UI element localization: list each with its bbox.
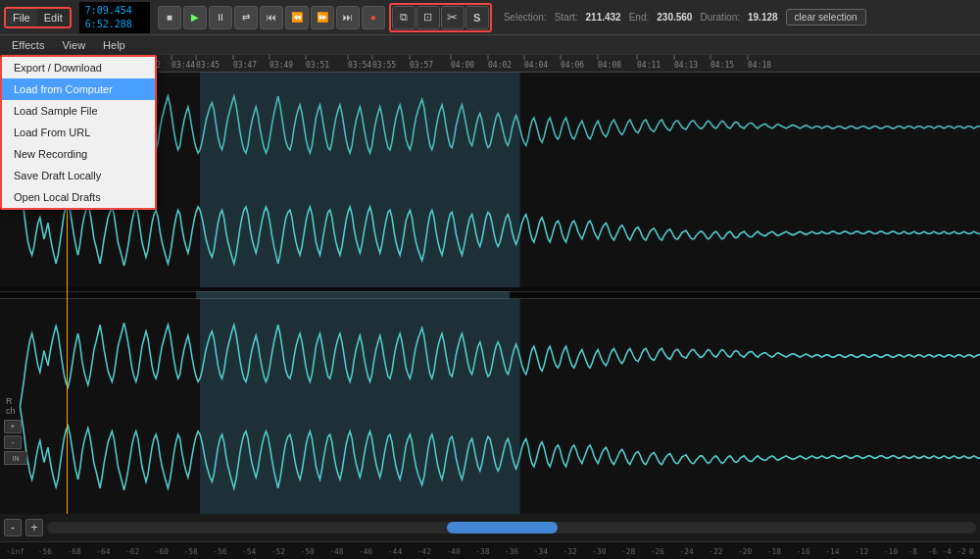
svg-text:04:08: 04:08 xyxy=(598,61,621,70)
svg-text:-62: -62 xyxy=(125,546,140,555)
file-dropdown-menu: Export / Download Load from Computer Loa… xyxy=(0,55,157,210)
zoom-in-side-button[interactable]: + xyxy=(4,420,22,433)
start-label: Start: xyxy=(555,12,578,23)
svg-text:03:49: 03:49 xyxy=(270,61,293,70)
svg-text:04:18: 04:18 xyxy=(748,61,771,70)
svg-text:-22: -22 xyxy=(709,546,723,555)
svg-text:-68: -68 xyxy=(67,546,81,555)
svg-text:-10: -10 xyxy=(884,546,899,555)
svg-text:-12: -12 xyxy=(855,546,869,555)
right-channel-label: Rch xyxy=(6,396,16,418)
dropdown-item-export[interactable]: Export / Download xyxy=(2,57,155,78)
zoom-plus-button[interactable]: + xyxy=(25,519,43,536)
scrollbar-track[interactable] xyxy=(47,522,976,534)
db-ruler-svg: -inf -56 -68 -64 -62 -60 -58 -56 -54 -52… xyxy=(4,542,976,560)
svg-text:-30: -30 xyxy=(592,546,607,555)
svg-text:-16: -16 xyxy=(796,546,810,555)
svg-text:-34: -34 xyxy=(534,546,549,555)
svg-text:-44: -44 xyxy=(388,546,403,555)
stop-button[interactable]: ■ xyxy=(158,6,181,29)
end-value: 230.560 xyxy=(657,12,692,23)
effects-menu[interactable]: Effects xyxy=(4,37,52,53)
dropdown-item-open-drafts[interactable]: Open Local Drafts xyxy=(2,186,155,208)
main-toolbar: File Edit 7:09.454 6:52.288 ■ ▶ ⏸ ⇄ ⏮ ⏪ … xyxy=(0,0,980,35)
end-label: End: xyxy=(629,12,650,23)
svg-text:-14: -14 xyxy=(825,546,840,555)
svg-text:-54: -54 xyxy=(242,546,257,555)
step-fwd-button[interactable]: ⏩ xyxy=(311,6,334,29)
svg-text:04:11: 04:11 xyxy=(637,61,661,70)
pause-button[interactable]: ⏸ xyxy=(209,6,232,29)
svg-text:04:02: 04:02 xyxy=(488,61,512,70)
right-channel[interactable]: Rch xyxy=(0,299,980,514)
svg-text:03:45: 03:45 xyxy=(196,61,220,70)
svg-text:-48: -48 xyxy=(329,546,344,555)
copy-button[interactable]: ⧉ xyxy=(392,6,416,29)
silence-button[interactable]: S xyxy=(466,6,489,29)
cut-button[interactable]: ✂ xyxy=(441,6,465,29)
svg-text:-26: -26 xyxy=(651,546,665,555)
svg-text:04:15: 04:15 xyxy=(710,61,734,70)
svg-text:03:57: 03:57 xyxy=(410,61,433,70)
svg-text:-2: -2 xyxy=(956,546,966,555)
loop-button[interactable]: ⇄ xyxy=(234,6,258,29)
svg-text:04:04: 04:04 xyxy=(524,61,548,70)
dropdown-item-load-url[interactable]: Load From URL xyxy=(2,122,155,143)
svg-text:-20: -20 xyxy=(738,546,753,555)
bottom-scrollbar-area: - + xyxy=(0,514,980,541)
svg-text:-24: -24 xyxy=(679,546,694,555)
svg-text:0: 0 xyxy=(969,546,974,555)
step-back-button[interactable]: ⏪ xyxy=(285,6,309,29)
dropdown-item-save-draft[interactable]: Save Draft Locally xyxy=(2,165,155,186)
svg-text:-64: -64 xyxy=(96,546,111,555)
svg-text:-50: -50 xyxy=(301,546,316,555)
rewind-button[interactable]: ⏮ xyxy=(260,6,283,29)
duration-label: Duration: xyxy=(700,12,740,23)
zoom-minus-button[interactable]: - xyxy=(4,519,22,536)
selection-label: Selection: xyxy=(504,12,547,23)
scrollbar-thumb[interactable] xyxy=(447,522,559,534)
svg-text:-28: -28 xyxy=(621,546,636,555)
svg-text:-36: -36 xyxy=(505,546,519,555)
svg-text:-4: -4 xyxy=(942,546,952,555)
db-ruler: -inf -56 -68 -64 -62 -60 -58 -56 -54 -52… xyxy=(0,541,980,559)
svg-rect-46 xyxy=(200,299,520,514)
svg-text:03:55: 03:55 xyxy=(372,61,396,70)
dropdown-item-new-recording[interactable]: New Recording xyxy=(2,143,155,165)
channel-separator xyxy=(0,291,980,299)
play-button[interactable]: ▶ xyxy=(183,6,207,29)
record-button[interactable]: ● xyxy=(362,6,385,29)
file-menu[interactable]: File xyxy=(6,9,37,26)
time-elapsed: 7:09.454 xyxy=(85,4,144,18)
svg-text:-60: -60 xyxy=(155,546,170,555)
clear-selection-button[interactable]: clear selection xyxy=(786,9,866,25)
transport-controls: ■ ▶ ⏸ ⇄ ⏮ ⏪ ⏩ ⏭ ● xyxy=(158,6,385,29)
zoom-out-side-button[interactable]: - xyxy=(4,435,22,449)
svg-text:-32: -32 xyxy=(563,546,577,555)
svg-text:03:47: 03:47 xyxy=(233,61,257,70)
svg-text:-56: -56 xyxy=(38,546,53,555)
svg-text:04:00: 04:00 xyxy=(451,61,474,70)
edit-menu[interactable]: Edit xyxy=(37,9,70,26)
dropdown-item-load-computer[interactable]: Load from Computer xyxy=(2,78,155,100)
svg-text:-46: -46 xyxy=(359,546,373,555)
time-display: 7:09.454 6:52.288 xyxy=(79,2,150,33)
view-menu[interactable]: View xyxy=(54,37,93,53)
fit-button[interactable]: IN xyxy=(4,451,27,465)
right-channel-waveform xyxy=(0,299,980,514)
svg-text:-8: -8 xyxy=(908,546,918,555)
dropdown-item-load-sample[interactable]: Load Sample File xyxy=(2,100,155,122)
svg-text:-42: -42 xyxy=(417,546,432,555)
svg-text:-6: -6 xyxy=(927,546,937,555)
selection-info: Selection: Start: 211.432 End: 230.560 D… xyxy=(504,9,866,25)
svg-text:-18: -18 xyxy=(767,546,782,555)
time-total: 6:52.288 xyxy=(85,18,144,31)
side-controls: + - IN xyxy=(4,420,27,465)
fast-fwd-button[interactable]: ⏭ xyxy=(336,6,360,29)
start-value: 211.432 xyxy=(586,12,621,23)
svg-text:-40: -40 xyxy=(446,546,461,555)
paste-button[interactable]: ⊡ xyxy=(416,6,440,29)
help-menu[interactable]: Help xyxy=(95,37,133,53)
svg-text:03:54: 03:54 xyxy=(348,61,371,70)
svg-text:-52: -52 xyxy=(271,546,286,555)
